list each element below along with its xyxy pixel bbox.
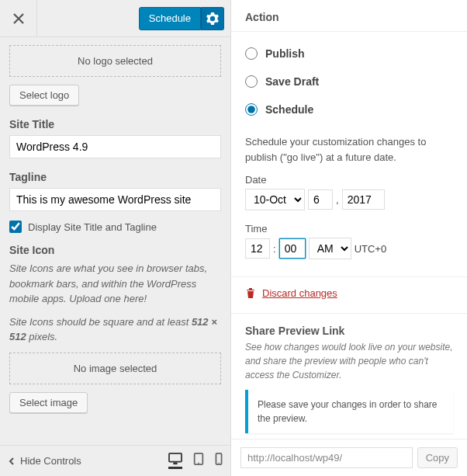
- svg-point-3: [198, 462, 199, 464]
- radio-publish-input[interactable]: [245, 47, 258, 60]
- svg-rect-1: [173, 462, 177, 464]
- hide-controls-button[interactable]: Hide Controls: [8, 455, 81, 467]
- month-select[interactable]: 10-Oct: [245, 189, 305, 210]
- display-title-checkbox[interactable]: [9, 221, 22, 233]
- display-title-checkbox-row[interactable]: Display Site Title and Tagline: [9, 221, 221, 233]
- radio-schedule-label: Schedule: [265, 103, 313, 116]
- select-logo-button[interactable]: Select logo: [9, 85, 79, 106]
- site-icon-desc-1: Site Icons are what you see in browser t…: [9, 261, 221, 307]
- site-icon-dropzone: No image selected: [9, 353, 221, 384]
- schedule-button[interactable]: Schedule: [139, 7, 201, 30]
- desktop-preview-icon[interactable]: [168, 453, 182, 469]
- tagline-label: Tagline: [9, 171, 221, 183]
- site-title-input[interactable]: [9, 135, 221, 158]
- hide-controls-label: Hide Controls: [20, 455, 81, 467]
- share-info-notice: Please save your changes in order to sha…: [245, 390, 453, 433]
- svg-point-5: [218, 463, 219, 464]
- gear-icon: [206, 12, 219, 25]
- radio-schedule-input[interactable]: [245, 103, 258, 116]
- phone-preview-icon[interactable]: [215, 453, 223, 469]
- schedule-description: Schedule your customization changes to p…: [231, 134, 467, 169]
- close-button[interactable]: [0, 0, 37, 37]
- copy-button[interactable]: Copy: [417, 447, 458, 468]
- preview-url-input[interactable]: [240, 447, 413, 468]
- tagline-input[interactable]: [9, 188, 221, 211]
- action-header: Action: [231, 0, 467, 32]
- site-title-label: Site Title: [9, 118, 221, 130]
- radio-save-draft-label: Save Draft: [265, 75, 319, 88]
- trash-icon: [245, 287, 256, 299]
- logo-dropzone: No logo selected: [9, 45, 221, 77]
- radio-save-draft[interactable]: Save Draft: [245, 68, 453, 96]
- share-preview-title: Share Preview Link: [245, 325, 453, 337]
- day-input[interactable]: [308, 189, 333, 210]
- select-image-button[interactable]: Select image: [9, 392, 88, 413]
- share-preview-desc: See how changes would look live on your …: [245, 340, 453, 382]
- date-label: Date: [245, 174, 453, 186]
- time-colon: :: [273, 243, 276, 255]
- chevron-left-icon: [8, 457, 16, 465]
- svg-rect-6: [249, 292, 250, 297]
- radio-save-draft-input[interactable]: [245, 75, 258, 88]
- discard-changes-link[interactable]: Discard changes: [262, 287, 337, 299]
- radio-publish[interactable]: Publish: [245, 40, 453, 68]
- date-comma: ,: [336, 194, 339, 206]
- time-label: Time: [245, 223, 453, 235]
- tablet-preview-icon[interactable]: [193, 453, 204, 469]
- ampm-select[interactable]: AM: [309, 238, 351, 259]
- settings-gear-button[interactable]: [201, 7, 224, 30]
- svg-rect-7: [251, 292, 252, 297]
- year-input[interactable]: [342, 189, 385, 210]
- timezone-label: UTC+0: [355, 243, 387, 255]
- display-title-checkbox-label: Display Site Title and Tagline: [28, 221, 157, 233]
- hour-input[interactable]: [245, 238, 270, 259]
- site-icon-label: Site Icon: [9, 244, 221, 256]
- radio-publish-label: Publish: [265, 47, 305, 60]
- svg-rect-0: [169, 453, 182, 462]
- minute-input[interactable]: [279, 238, 306, 259]
- radio-schedule[interactable]: Schedule: [245, 96, 453, 123]
- site-icon-desc-2: Site Icons should be square and at least…: [9, 314, 221, 345]
